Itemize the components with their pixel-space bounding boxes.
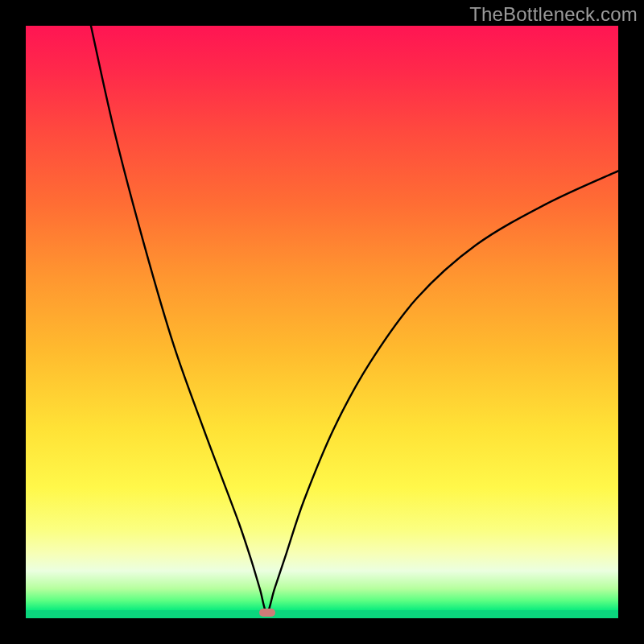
chart-frame: TheBottleneck.com xyxy=(0,0,644,644)
bottleneck-curve xyxy=(26,26,618,618)
min-marker xyxy=(259,609,275,617)
watermark-text: TheBottleneck.com xyxy=(469,3,638,26)
